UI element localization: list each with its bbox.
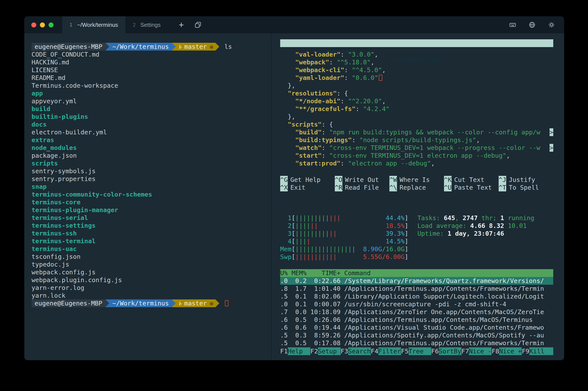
meter-label: 4 — [280, 237, 292, 245]
shortcut-key: ^\ — [389, 184, 397, 192]
close-button[interactable] — [31, 22, 36, 27]
tab-work-terminus[interactable]: 1~/Work/terminus — [62, 16, 125, 33]
windows-icon[interactable] — [194, 16, 202, 33]
fn-key-label: Setup — [318, 347, 341, 355]
file-name: webpack.config.js — [31, 269, 96, 276]
line-continuation-marker: > — [550, 128, 553, 136]
fn-key-number: F4 — [371, 347, 378, 355]
file-name: LICENSE — [31, 66, 58, 74]
file-item: Terminus.code-workspace — [31, 82, 271, 90]
titlebar[interactable]: 1~/Work/terminus2Settings + — [24, 16, 564, 33]
process-row[interactable]: .0 0.1 0:00.07 /usr/sbin/screencapture -… — [280, 300, 553, 308]
fn-key-label: Tree — [409, 347, 431, 355]
htop-meters: 1[||||||||||||44.4%]2[||||||18.5%]3[||||… — [280, 214, 408, 261]
file-name: scripts — [31, 160, 58, 167]
meter-bar: |||||||||||39.3% — [295, 230, 405, 237]
file-name: yarn-error.log — [31, 284, 84, 292]
code-token — [280, 105, 295, 112]
nano-editor-text: "val-loader": "3.0.0", "webpack": "^5.18… — [280, 51, 553, 167]
process-row[interactable]: .8 1.7 1:01.40 /Applications/Terminus.ap… — [280, 285, 553, 293]
fn-key-label: Filter — [378, 347, 401, 355]
titlebar-drag-area[interactable] — [202, 16, 509, 33]
stat-token: thr; — [478, 214, 500, 222]
nano-shortcut: ^KCut Text — [444, 176, 499, 184]
globe-icon[interactable] — [529, 21, 535, 28]
code-token — [280, 128, 295, 136]
nano-shortcut: ^\Replace — [389, 184, 444, 192]
file-item: node_modules — [31, 144, 271, 152]
file-item: LICENSE — [31, 66, 271, 74]
fn-key-f1[interactable]: F1Help — [280, 347, 310, 355]
powerline-arrow-icon — [105, 299, 109, 307]
file-name: build — [31, 105, 50, 112]
stat-token: 1 day, 23:07:46 — [447, 230, 504, 237]
terminal-pane-right[interactable]: GNU nano 4.5 package.json "val-loader": … — [272, 33, 564, 360]
file-item: electron-builder.yml — [31, 128, 271, 136]
cpu-meter: 4[||||14.5%] — [280, 237, 408, 245]
nano-shortcut: ^GGet Help — [280, 176, 335, 184]
file-name: builtin-plugins — [31, 113, 88, 120]
code-token: : — [322, 144, 329, 151]
meter-bracket: [ — [292, 214, 295, 222]
code-token — [280, 66, 295, 74]
htop-process-table: U% MEM% TIME+ Command .0 0.2 0:22.66 /Sy… — [280, 269, 553, 347]
code-token: : — [340, 160, 348, 167]
fn-key-f5[interactable]: F5Tree — [401, 347, 431, 355]
new-tab-button[interactable]: + — [176, 16, 187, 33]
gear-icon[interactable] — [548, 21, 555, 28]
stat-token: 1 — [500, 214, 504, 222]
fn-key-number: F5 — [401, 347, 409, 355]
fn-key-f6[interactable]: F6SortBy — [431, 347, 461, 355]
process-row[interactable]: .5 0.3 8:59.26 /Applications/Spotify.app… — [280, 331, 553, 339]
meter-value: 5.55G/6.00G — [363, 253, 405, 261]
process-row[interactable]: .5 0.1 8:02.06 /Library/Application Supp… — [280, 293, 553, 300]
fn-key-f2[interactable]: F2Setup — [310, 347, 341, 355]
code-token: , — [507, 152, 510, 159]
fn-key-f3[interactable]: F3Search — [341, 347, 371, 355]
code-token — [280, 136, 295, 144]
terminal-pane-left[interactable]: eugene@Eugenes-MBP~/Work/terminusmaster●… — [24, 33, 272, 360]
code-token: "^2.20.0" — [348, 98, 382, 105]
shortcut-key: ^J — [499, 176, 506, 184]
file-item: CODE_OF_CONDUCT.md — [31, 51, 271, 58]
fn-key-f4[interactable]: F4Filter — [371, 347, 401, 355]
code-token: "^5.18.0" — [337, 59, 371, 66]
nano-code-line: }, — [280, 113, 553, 120]
htop-stats: Tasks: 645, 2747 thr; 1 runningLoad aver… — [418, 214, 534, 261]
prompt-path-segment: ~/Work/terminus — [109, 43, 172, 51]
process-row[interactable]: .5 0.5 0:17.08 /Applications/Terminus.ap… — [280, 339, 553, 347]
code-token: "build" — [295, 128, 322, 136]
process-row-selected[interactable]: .0 0.2 0:22.66 /System/Library/Framework… — [280, 277, 553, 285]
git-branch-name: master — [184, 43, 207, 51]
code-token: : — [329, 59, 337, 66]
file-item: build — [31, 105, 271, 113]
code-token — [280, 59, 295, 66]
code-token: "cross-env TERMINUS_DEV=1 webpack --prog… — [329, 144, 540, 151]
process-row[interactable]: .6 0.6 0:19.44 /Applications/Visual Stud… — [280, 324, 553, 331]
fn-key-number: F3 — [341, 347, 348, 355]
tab-settings[interactable]: 2Settings — [125, 16, 168, 33]
fn-key-f8[interactable]: F8Nice + — [492, 347, 522, 355]
fn-key-f7[interactable]: F7Nice - — [461, 347, 492, 355]
process-row[interactable]: .6 0.5 0:26.06 /Applications/Terminus.ap… — [280, 316, 553, 324]
zoom-button[interactable] — [49, 22, 54, 27]
meter-value-part: 8.90G — [363, 245, 382, 253]
keyboard-icon[interactable] — [509, 21, 516, 28]
fn-key-number: F6 — [431, 347, 439, 355]
file-item: terminus-serial — [31, 214, 271, 222]
process-row[interactable]: .7 0.0 10:18.09 /Applications/ZeroTier O… — [280, 308, 553, 316]
cpu-meter: 1[||||||||||||44.4%] — [280, 214, 408, 222]
fn-key-f9[interactable]: F9Kill — [522, 347, 553, 355]
meter-label: 1 — [280, 214, 292, 222]
code-token: : { — [337, 90, 348, 97]
meter-bar-fill: |||| — [295, 222, 310, 229]
nano-code-line: "*/node-abi": "^2.20.0", — [280, 97, 553, 105]
meter-bar: ||||||||||||44.4% — [295, 214, 405, 222]
nano-code-line: "resolutions": { — [280, 90, 553, 97]
stat-token: 10.01 — [504, 222, 527, 229]
nano-shortcut: ^WWhere Is — [389, 176, 444, 184]
meter-bracket: [ — [292, 253, 295, 261]
minimize-button[interactable] — [40, 22, 45, 27]
shortcut-key: ^O — [335, 176, 342, 184]
file-name: package.json — [31, 152, 77, 159]
